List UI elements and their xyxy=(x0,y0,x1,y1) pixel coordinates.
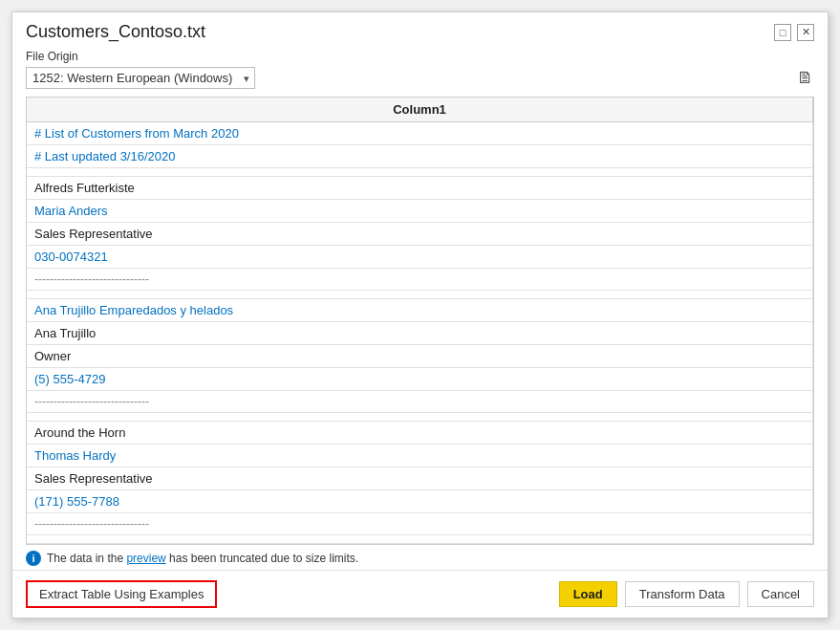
table-cell: (5) 555-4729 xyxy=(27,368,813,391)
table-cell xyxy=(27,413,813,422)
dialog-title: Customers_Contoso.txt xyxy=(26,22,205,42)
table-row xyxy=(27,168,813,177)
dialog: Customers_Contoso.txt □ ✕ File Origin 12… xyxy=(11,11,829,619)
table-cell xyxy=(27,291,813,299)
table-row: Around the Horn xyxy=(27,422,813,445)
table-cell: 030-0074321 xyxy=(27,246,813,269)
transform-data-button[interactable]: Transform Data xyxy=(625,581,740,607)
table-row: 030-0074321 xyxy=(27,246,813,269)
table-cell: ------------------------------ xyxy=(27,513,813,535)
table-cell: (171) 555-7788 xyxy=(27,490,813,513)
title-bar: Customers_Contoso.txt □ ✕ xyxy=(12,12,828,48)
table-cell xyxy=(27,168,813,177)
table-row: ------------------------------ xyxy=(27,513,813,535)
load-button[interactable]: Load xyxy=(559,581,617,607)
table-cell: ------------------------------ xyxy=(27,269,813,291)
minimize-button[interactable]: □ xyxy=(774,24,791,41)
file-origin-select[interactable]: 1252: Western European (Windows)UTF-8UTF… xyxy=(26,67,255,89)
info-icon: i xyxy=(26,551,41,566)
file-icon[interactable]: 🗎 xyxy=(797,68,814,88)
table-cell xyxy=(27,535,813,544)
table-row: ------------------------------ xyxy=(27,269,813,291)
table-cell: ------------------------------ xyxy=(27,391,813,413)
table-row: # List of Customers from March 2020 xyxy=(27,122,813,145)
table-wrapper: Column1 # List of Customers from March 2… xyxy=(26,97,814,545)
preview-link[interactable]: preview xyxy=(126,552,165,565)
cancel-button[interactable]: Cancel xyxy=(747,581,814,607)
table-row: Thomas Hardy xyxy=(27,445,813,467)
table-row xyxy=(27,535,813,544)
table-cell: Ana Trujillo Emparedados y helados xyxy=(27,299,813,322)
footer: Extract Table Using Examples Load Transf… xyxy=(12,570,828,618)
table-row: Blauer See Delikatessen xyxy=(27,544,813,545)
extract-table-button[interactable]: Extract Table Using Examples xyxy=(26,580,217,608)
data-table: Column1 # List of Customers from March 2… xyxy=(27,98,813,544)
table-row: Sales Representative xyxy=(27,467,813,490)
table-row: Owner xyxy=(27,345,813,368)
info-text: The data in the preview has been truncat… xyxy=(47,552,358,565)
file-origin-row: 1252: Western European (Windows)UTF-8UTF… xyxy=(26,67,814,89)
column-header: Column1 xyxy=(27,98,813,122)
table-row: Alfreds Futterkiste xyxy=(27,177,813,200)
table-cell: Alfreds Futterkiste xyxy=(27,177,813,200)
close-button[interactable]: ✕ xyxy=(797,24,814,41)
table-row: Ana Trujillo Emparedados y helados xyxy=(27,299,813,322)
table-row: Ana Trujillo xyxy=(27,322,813,345)
table-row: Sales Representative xyxy=(27,223,813,246)
table-cell: Sales Representative xyxy=(27,223,813,246)
table-row xyxy=(27,413,813,422)
table-row: (171) 555-7788 xyxy=(27,490,813,513)
table-row: Maria Anders xyxy=(27,200,813,223)
table-row: ------------------------------ xyxy=(27,391,813,413)
footer-left: Extract Table Using Examples xyxy=(26,580,217,608)
window-controls: □ ✕ xyxy=(774,24,814,41)
table-cell: Ana Trujillo xyxy=(27,322,813,345)
table-cell: Sales Representative xyxy=(27,467,813,490)
table-row xyxy=(27,291,813,299)
table-cell: Maria Anders xyxy=(27,200,813,223)
table-cell: Around the Horn xyxy=(27,422,813,445)
table-cell: Blauer See Delikatessen xyxy=(27,544,813,545)
table-cell: Owner xyxy=(27,345,813,368)
file-origin-select-wrapper[interactable]: 1252: Western European (Windows)UTF-8UTF… xyxy=(26,67,255,89)
file-origin-label: File Origin xyxy=(26,50,814,63)
table-cell: Thomas Hardy xyxy=(27,445,813,467)
table-cell: # Last updated 3/16/2020 xyxy=(27,145,813,168)
content-area: File Origin 1252: Western European (Wind… xyxy=(12,48,828,570)
table-row: (5) 555-4729 xyxy=(27,368,813,391)
table-cell: # List of Customers from March 2020 xyxy=(27,122,813,145)
info-bar: i The data in the preview has been trunc… xyxy=(26,545,814,570)
footer-right: Load Transform Data Cancel xyxy=(559,581,814,607)
table-row: # Last updated 3/16/2020 xyxy=(27,145,813,168)
table-scroll[interactable]: Column1 # List of Customers from March 2… xyxy=(27,98,813,544)
